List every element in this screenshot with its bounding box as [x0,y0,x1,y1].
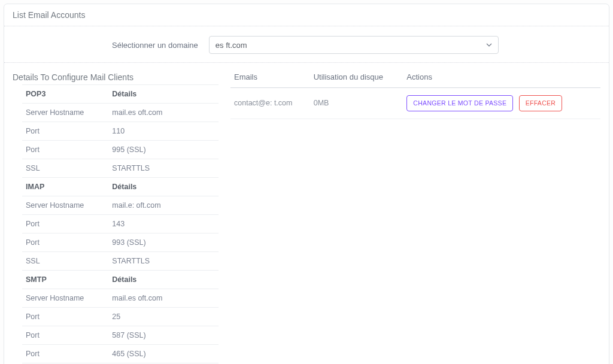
config-row: SSLSTARTTLS [22,159,219,178]
config-value: STARTTLS [108,252,219,271]
config-label: Port [22,215,108,233]
email-actions: CHANGER LE MOT DE PASSE EFFACER [403,88,600,119]
config-value: 143 [108,215,219,233]
section-name: POP3 [22,85,108,104]
config-label: Server Hostname [22,104,108,122]
config-label: Port [22,233,108,252]
config-label: Port [22,122,108,141]
config-row: Port25 [22,308,219,326]
panel-title: List Email Accounts [4,4,609,26]
section-header-imap: IMAP Détails [22,178,219,196]
col-disk-usage: Utilisation du disque [310,69,403,88]
email-row: contact@e: t.com 0MB CHANGER LE MOT DE P… [230,88,600,119]
domain-label: Sélectionner un domaine [112,41,198,50]
delete-button[interactable]: EFFACER [519,95,563,111]
section-header-pop3: POP3 Détails [22,85,219,104]
config-row: Port587 (SSL) [22,326,219,345]
section-header-smtp: SMTP Détails [22,271,219,289]
email-disk-usage: 0MB [310,88,403,119]
config-row: Port465 (SSL) [22,345,219,363]
config-value: mail.es oft.com [108,289,219,308]
config-value: 993 (SSL) [108,233,219,252]
config-label: Port [22,141,108,159]
config-value: 587 (SSL) [108,326,219,345]
config-row: SSLSTARTTLS [22,252,219,271]
mail-client-config: Details To Configure Mail Clients POP3 D… [13,69,219,364]
config-value: STARTTLS [108,159,219,178]
emails-list: Emails Utilisation du disque Actions con… [230,69,600,364]
config-value: 110 [108,122,219,141]
config-title: Details To Configure Mail Clients [13,69,219,84]
config-label: Server Hostname [22,196,108,215]
change-password-button[interactable]: CHANGER LE MOT DE PASSE [406,95,513,111]
domain-select[interactable]: es ft.com [209,36,499,54]
section-name: IMAP [22,178,108,196]
section-details-label: Détails [108,85,219,104]
config-label: Port [22,308,108,326]
list-email-accounts-panel: List Email Accounts Sélectionner un doma… [4,4,609,364]
section-name: SMTP [22,271,108,289]
section-details-label: Détails [108,178,219,196]
email-address: contact@e: t.com [230,88,310,119]
config-row: Server Hostnamemail.e: oft.com [22,196,219,215]
config-value: mail.e: oft.com [108,196,219,215]
config-label: SSL [22,159,108,178]
col-emails: Emails [230,69,310,88]
config-row: Port143 [22,215,219,233]
config-label: Port [22,345,108,363]
config-label: Port [22,326,108,345]
config-table: POP3 Détails Server Hostnamemail.es oft.… [22,84,219,364]
emails-header-row: Emails Utilisation du disque Actions [230,69,600,88]
config-row: Port993 (SSL) [22,233,219,252]
config-row: Server Hostnamemail.es oft.com [22,289,219,308]
config-label: Server Hostname [22,289,108,308]
config-value: 25 [108,308,219,326]
content-area: Details To Configure Mail Clients POP3 D… [4,66,609,364]
emails-table: Emails Utilisation du disque Actions con… [230,69,600,119]
config-row: Port110 [22,122,219,141]
config-row: Port995 (SSL) [22,141,219,159]
config-row: Server Hostnamemail.es oft.com [22,104,219,122]
config-value: 465 (SSL) [108,345,219,363]
section-details-label: Détails [108,271,219,289]
config-value: mail.es oft.com [108,104,219,122]
col-actions: Actions [403,69,600,88]
config-label: SSL [22,252,108,271]
config-value: 995 (SSL) [108,141,219,159]
domain-selector-row: Sélectionner un domaine es ft.com [4,26,609,63]
